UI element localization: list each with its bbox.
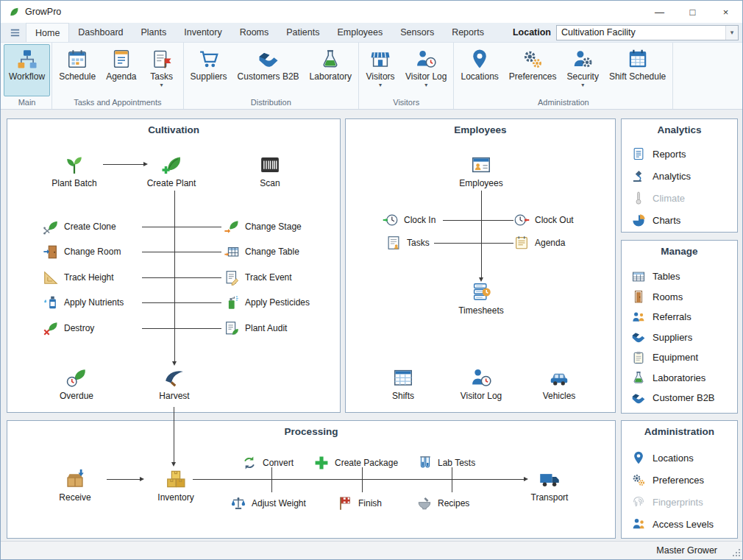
flow-node-label: Transport [531, 492, 569, 503]
ribbon-button-visitor-log[interactable]: Visitor Log ▾ [400, 44, 452, 96]
change-room-icon [43, 244, 59, 260]
ribbon-button-label: Schedule [59, 71, 96, 82]
timesheets-icon [470, 281, 492, 303]
flow-node-apply-nutrients[interactable]: Apply Nutrients [43, 294, 124, 311]
flow-node-finish[interactable]: Finish [337, 495, 382, 512]
flow-node-vehicles[interactable]: Vehicles [525, 366, 593, 401]
ribbon-button-preferences[interactable]: Preferences [504, 44, 562, 96]
flow-node-apply-pesticides[interactable]: Apply Pesticides [224, 294, 310, 311]
ribbon-button-schedule[interactable]: Schedule [54, 44, 101, 96]
flow-node-label: Change Room [64, 247, 121, 257]
list-item-charts[interactable]: Charts [622, 209, 737, 231]
tasks-icon [151, 48, 173, 70]
flow-node-emp-tasks[interactable]: Tasks [385, 234, 430, 252]
flow-node-create-plant[interactable]: Create Plant [138, 154, 205, 188]
flow-node-track-height[interactable]: Track Height [43, 269, 114, 286]
convert-arrows-icon [241, 455, 257, 471]
list-item-analytics[interactable]: Analytics [622, 165, 737, 187]
list-item-label: Referrals [653, 311, 692, 322]
flow-node-employees[interactable]: Employees [447, 154, 515, 188]
flow-node-plant-audit[interactable]: Plant Audit [224, 319, 287, 337]
flow-node-timesheets[interactable]: Timesheets [447, 281, 515, 316]
flow-node-label: Track Height [64, 272, 114, 283]
close-button[interactable]: × [709, 1, 742, 23]
ribbon-button-customers-b2b[interactable]: Customers B2B [232, 44, 305, 96]
tab-patients[interactable]: Patients [277, 23, 328, 42]
list-item-suppliers[interactable]: Suppliers [622, 327, 737, 348]
maximize-button[interactable]: □ [676, 1, 709, 23]
ribbon-button-agenda[interactable]: Agenda [101, 44, 141, 96]
list-item-tables[interactable]: Tables [622, 266, 737, 287]
list-item-label: Access Levels [653, 519, 714, 530]
list-item-reports[interactable]: Reports [622, 143, 737, 165]
flow-node-recipes[interactable]: Recipes [416, 495, 469, 512]
flow-node-clock-in[interactable]: Clock In [383, 211, 436, 229]
tab-sensors[interactable]: Sensors [391, 23, 443, 42]
ribbon-button-laboratory[interactable]: Laboratory [305, 44, 357, 96]
manage-panel: Manage Tables Rooms Referrals Suppliers [621, 240, 738, 414]
location-select[interactable]: Cultivation Facility ▾ [556, 25, 739, 40]
flow-node-clock-out[interactable]: Clock Out [513, 211, 574, 229]
flow-node-emp-agenda[interactable]: Agenda [513, 234, 565, 252]
table-icon [631, 269, 646, 284]
flow-node-lab-tests[interactable]: Lab Tests [416, 454, 475, 472]
ribbon-button-suppliers[interactable]: Suppliers [185, 44, 232, 96]
flow-node-convert[interactable]: Convert [241, 454, 294, 472]
list-item-rooms[interactable]: Rooms [622, 287, 737, 308]
flow-node-overdue[interactable]: Overdue [43, 366, 110, 401]
flow-node-change-table[interactable]: Change Table [224, 243, 299, 260]
list-item-laboratories[interactable]: Laboratories [622, 368, 737, 389]
tab-dashboard[interactable]: Dashboard [69, 23, 132, 42]
list-item-access-levels[interactable]: Access Levels [622, 513, 737, 535]
ribbon: Workflow Main Schedule Agenda [1, 43, 742, 110]
list-item-customer-b2b[interactable]: Customer B2B [622, 388, 737, 408]
flow-node-change-stage[interactable]: Change Stage [224, 218, 302, 235]
chevron-down-icon[interactable]: ▾ [725, 26, 738, 40]
ribbon-button-label: Workflow [9, 71, 45, 82]
flow-node-destroy[interactable]: Destroy [43, 319, 94, 337]
tab-plants[interactable]: Plants [132, 23, 176, 42]
microscope-icon [631, 169, 646, 183]
flow-node-change-room[interactable]: Change Room [43, 243, 121, 260]
flow-node-inventory[interactable]: Inventory [142, 468, 210, 503]
tab-employees[interactable]: Employees [328, 23, 391, 42]
flow-node-shifts[interactable]: Shifts [369, 366, 437, 401]
list-item-label: Reports [653, 149, 686, 160]
main-menu-button[interactable] [4, 23, 26, 42]
list-item-locations[interactable]: Locations [622, 447, 737, 469]
flow-node-harvest[interactable]: Harvest [141, 366, 208, 401]
administration-panel-title: Administration [622, 421, 737, 437]
tab-reports[interactable]: Reports [443, 23, 493, 42]
flow-node-create-package[interactable]: Create Package [313, 454, 398, 472]
tasks-list-icon [385, 235, 402, 251]
flow-node-label: Lab Tests [438, 458, 475, 468]
ribbon-button-locations[interactable]: Locations [455, 44, 503, 96]
analytics-list: Reports Analytics Climate Charts [622, 143, 737, 231]
ribbon-button-visitors[interactable]: Visitors ▾ [360, 44, 400, 96]
flow-node-adjust-weight[interactable]: Adjust Weight [230, 495, 306, 512]
flow-node-label: Create Package [335, 458, 398, 468]
list-item-equipment[interactable]: Equipment [622, 347, 737, 368]
map-pin-icon [631, 450, 646, 465]
flow-node-scan[interactable]: Scan [236, 154, 304, 188]
flow-node-transport[interactable]: Transport [516, 468, 583, 503]
tab-inventory[interactable]: Inventory [175, 23, 230, 42]
flow-node-create-clone[interactable]: Create Clone [43, 218, 116, 235]
ribbon-button-security[interactable]: Security ▾ [562, 44, 604, 96]
employees-panel: Employees Employees Clock In Clock Out T… [345, 118, 616, 413]
list-item-referrals[interactable]: Referrals [622, 307, 737, 327]
list-item-label: Rooms [653, 291, 683, 302]
flow-node-visitor-log[interactable]: Visitor Log [447, 366, 515, 401]
flow-node-plant-batch[interactable]: Plant Batch [40, 154, 108, 188]
flow-node-receive[interactable]: Receive [41, 468, 109, 503]
flow-node-track-event[interactable]: Track Event [224, 269, 292, 286]
ribbon-button-tasks[interactable]: Tasks ▾ [142, 44, 182, 96]
list-item-preferences[interactable]: Preferences [622, 469, 737, 491]
ribbon-button-shift-schedule[interactable]: Shift Schedule [604, 44, 671, 96]
tab-home[interactable]: Home [26, 23, 69, 42]
ribbon-button-workflow[interactable]: Workflow [4, 44, 50, 96]
resize-grip[interactable] [731, 547, 740, 556]
change-stage-icon [224, 219, 240, 235]
minimize-button[interactable]: — [643, 1, 676, 23]
tab-rooms[interactable]: Rooms [231, 23, 278, 42]
